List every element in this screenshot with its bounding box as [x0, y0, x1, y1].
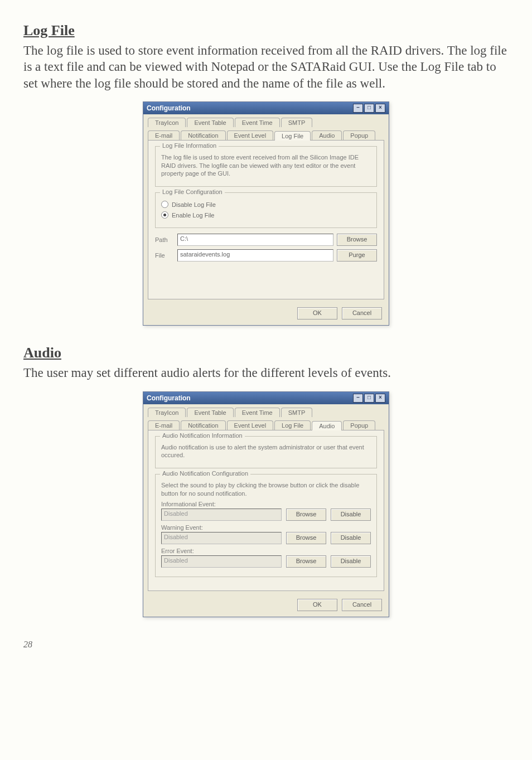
- radio-enable-label: Enable Log File: [172, 212, 214, 219]
- browse-button[interactable]: Browse: [337, 234, 377, 246]
- tab-audio[interactable]: Audio: [312, 421, 342, 430]
- tab-audio[interactable]: Audio: [312, 130, 342, 140]
- window-title: Configuration: [147, 104, 191, 112]
- tab-event-time[interactable]: Event Time: [235, 118, 280, 127]
- warning-event-input[interactable]: Disabled: [161, 532, 282, 544]
- tab-body-logfile: Log File Information The log file is use…: [148, 140, 384, 299]
- disable-button-error[interactable]: Disable: [331, 555, 371, 568]
- radio-disable-label: Disable Log File: [172, 201, 216, 208]
- tab-log-file[interactable]: Log File: [274, 131, 311, 141]
- tab-smtp[interactable]: SMTP: [281, 408, 313, 417]
- warning-event-label: Warning Event:: [161, 524, 371, 531]
- tabs2-row-2: E-mail Notification Event Level Log File…: [143, 417, 389, 430]
- disable-button-info[interactable]: Disable: [331, 509, 371, 521]
- tab-trayicon[interactable]: TrayIcon: [148, 118, 186, 127]
- radio-disable-logfile[interactable]: [161, 201, 168, 208]
- group-title-config: Log File Configuration: [160, 188, 225, 195]
- informational-event-input[interactable]: Disabled: [161, 509, 282, 521]
- tabs-row-2: E-mail Notification Event Level Log File…: [143, 127, 389, 140]
- tab-notification[interactable]: Notification: [181, 130, 225, 140]
- tabs2-row-1: TrayIcon Event Table Event Time SMTP: [143, 404, 389, 417]
- group-logfile-config: Log File Configuration Disable Log File …: [155, 192, 377, 228]
- cancel-button[interactable]: Cancel: [342, 307, 382, 320]
- tab-popup[interactable]: Popup: [343, 420, 375, 430]
- tab-event-time[interactable]: Event Time: [235, 408, 280, 417]
- minimize-icon[interactable]: –: [353, 104, 363, 113]
- tabs-row-1: TrayIcon Event Table Event Time SMTP: [143, 114, 389, 127]
- radio-enable-logfile[interactable]: [161, 211, 168, 219]
- browse-button-warn[interactable]: Browse: [286, 532, 326, 544]
- tab-trayicon[interactable]: TrayIcon: [148, 408, 186, 417]
- paragraph-audio: The user may set different audio alerts …: [23, 365, 509, 381]
- tab-notification[interactable]: Notification: [181, 420, 225, 430]
- path-input[interactable]: C:\: [177, 234, 333, 246]
- informational-event-label: Informational Event:: [161, 501, 371, 507]
- tab-email[interactable]: E-mail: [148, 420, 180, 430]
- tab-event-table[interactable]: Event Table: [187, 118, 233, 127]
- window-title-2: Configuration: [147, 394, 191, 402]
- group-audio-config: Audio Notification Configuration Select …: [155, 474, 377, 577]
- path-label: Path: [155, 236, 174, 243]
- maximize-icon[interactable]: □: [364, 104, 374, 113]
- error-event-label: Error Event:: [161, 548, 371, 554]
- tab-log-file[interactable]: Log File: [274, 420, 311, 430]
- minimize-icon[interactable]: –: [353, 394, 363, 403]
- browse-button-error[interactable]: Browse: [286, 555, 326, 568]
- tab-email[interactable]: E-mail: [148, 130, 180, 140]
- file-label: File: [155, 252, 174, 259]
- close-icon[interactable]: ×: [375, 104, 385, 113]
- group-title-audio-info: Audio Notification Information: [160, 432, 245, 439]
- group-title-info: Log File Information: [160, 142, 219, 149]
- titlebar-2: Configuration – □ ×: [143, 392, 389, 404]
- audio-info-text: Audio notification is use to alert the s…: [161, 443, 371, 459]
- heading-audio: Audio: [23, 345, 509, 361]
- ok-button[interactable]: OK: [297, 599, 337, 611]
- tab-body-audio: Audio Notification Information Audio not…: [148, 430, 384, 591]
- heading-log-file: Log File: [23, 22, 509, 39]
- configuration-dialog-logfile: Configuration – □ × TrayIcon Event Table…: [143, 101, 389, 326]
- titlebar: Configuration – □ ×: [143, 102, 389, 114]
- file-input[interactable]: sataraidevents.log: [177, 249, 333, 262]
- logfile-info-text: The log file is used to store event rece…: [161, 153, 371, 177]
- group-audio-info: Audio Notification Information Audio not…: [155, 436, 377, 469]
- page-number: 28: [23, 640, 509, 650]
- group-title-audio-config: Audio Notification Configuration: [160, 470, 250, 477]
- audio-config-text: Select the sound to play by clicking the…: [161, 481, 371, 497]
- maximize-icon[interactable]: □: [364, 394, 374, 403]
- close-icon[interactable]: ×: [375, 394, 385, 403]
- ok-button[interactable]: OK: [297, 307, 337, 320]
- cancel-button[interactable]: Cancel: [342, 599, 382, 611]
- error-event-input[interactable]: Disabled: [161, 555, 282, 568]
- tab-event-table[interactable]: Event Table: [187, 408, 233, 417]
- purge-button[interactable]: Purge: [337, 249, 377, 262]
- configuration-dialog-audio: Configuration – □ × TrayIcon Event Table…: [143, 391, 389, 617]
- group-logfile-info: Log File Information The log file is use…: [155, 146, 377, 187]
- tab-smtp[interactable]: SMTP: [281, 118, 313, 127]
- disable-button-warn[interactable]: Disable: [331, 532, 371, 544]
- paragraph-log-file: The log file is used to store event info…: [23, 42, 509, 91]
- browse-button-info[interactable]: Browse: [286, 509, 326, 521]
- tab-popup[interactable]: Popup: [343, 130, 375, 140]
- tab-event-level[interactable]: Event Level: [227, 420, 273, 430]
- tab-event-level[interactable]: Event Level: [227, 130, 273, 140]
